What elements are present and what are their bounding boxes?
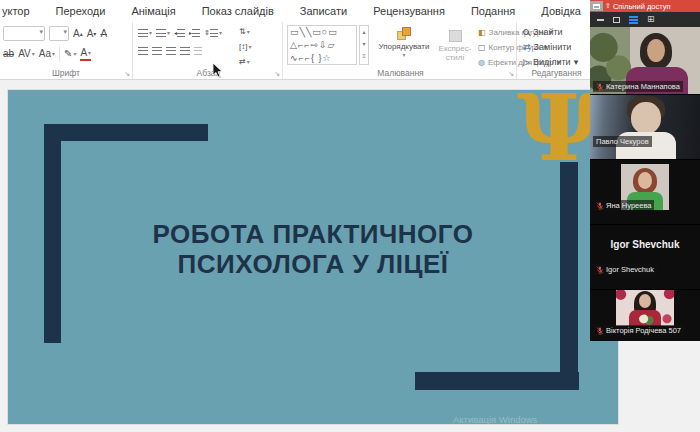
window-icon[interactable] bbox=[590, 1, 603, 11]
minimize-icon[interactable] bbox=[597, 19, 604, 21]
columns-icon[interactable] bbox=[194, 47, 202, 55]
drawing-group: ▭╲╲▭○▭ △⌐⌐⇨⇩▱ ∿⌐⌐{ }☆ ▴▾≡ Упорядкувати ▾… bbox=[285, 22, 517, 79]
participant-tile[interactable]: Вікторія Родічева 507 bbox=[590, 290, 700, 341]
tab-transitions[interactable]: Переходи bbox=[43, 5, 119, 17]
restore-window-icon[interactable] bbox=[613, 17, 620, 23]
corner-bracket-top-left-bar bbox=[44, 124, 208, 141]
avatar bbox=[616, 290, 674, 326]
clear-formatting-icon[interactable]: A bbox=[100, 28, 107, 40]
shapes-gallery[interactable]: ▭╲╲▭○▭ △⌐⌐⇨⇩▱ ∿⌐⌐{ }☆ bbox=[287, 25, 357, 65]
mouse-cursor-icon bbox=[212, 62, 223, 78]
activation-watermark: Активація Windows bbox=[453, 414, 537, 424]
paragraph-group-label: Абзац bbox=[135, 68, 282, 78]
participant-tile[interactable]: Яна Нуреева bbox=[590, 160, 700, 225]
find-button[interactable]: Знайти bbox=[523, 27, 563, 37]
participant-face bbox=[647, 39, 665, 62]
participant-display-name: Igor Shevchuk bbox=[590, 239, 700, 250]
participant-tile[interactable]: Igor Shevchuk Igor Shevchuk bbox=[590, 225, 700, 290]
align-text-icon[interactable]: [↕]▾ bbox=[239, 41, 251, 53]
psi-symbol[interactable]: Ψ bbox=[517, 90, 601, 174]
font-group-label: Шрифт bbox=[0, 68, 132, 78]
select-button[interactable]: ▷ Виділити▾ bbox=[523, 57, 578, 67]
smartart-convert-icon[interactable]: ⇄▾ bbox=[239, 56, 250, 68]
shape-effects-icon: ◍ bbox=[478, 58, 485, 67]
participant-name-tag: Igor Shevchuk bbox=[593, 264, 657, 275]
tab-record[interactable]: Записати bbox=[287, 5, 360, 17]
screen-share-icon: ⇧ bbox=[605, 2, 611, 10]
app-window: уктор Переходи Анімація Показ слайдів За… bbox=[0, 0, 700, 432]
paragraph-group: ▾ ▾ ◂ ▸ ⇕▾ ⇅▾ [↕]▾ ⇄▾ Абзац ↘ bbox=[135, 22, 283, 79]
editing-group: Знайти ⇄ Замінити ▷ Виділити▾ Редагуванн… bbox=[519, 22, 594, 79]
replace-button[interactable]: ⇄ Замінити bbox=[523, 42, 571, 52]
slide-canvas[interactable]: Ψ РОБОТА ПРАКТИЧНОГО ПСИХОЛОГА У ЛІЦЕЇ А… bbox=[8, 90, 618, 424]
muted-mic-icon bbox=[596, 83, 604, 91]
participant-name-tag: Павло Чекуров bbox=[593, 136, 652, 147]
line-spacing-icon[interactable]: ⇕▾ bbox=[204, 27, 222, 39]
editing-group-label: Редагування bbox=[519, 68, 594, 78]
font-size-combo[interactable] bbox=[49, 26, 69, 41]
panel-toolbar: ⊞ bbox=[590, 12, 700, 27]
participant-tile[interactable]: Катерина Маннапова bbox=[590, 27, 700, 95]
arrange-icon bbox=[397, 27, 411, 40]
drawing-group-label: Малювання bbox=[285, 68, 516, 78]
bullets-icon[interactable]: ▾ bbox=[138, 27, 152, 39]
corner-bracket-bottom-right-bar bbox=[415, 372, 579, 390]
strikethrough-icon[interactable]: ab bbox=[3, 48, 14, 60]
character-spacing-icon[interactable]: AV▾ bbox=[18, 48, 35, 60]
gallery-view-icon[interactable]: ⊞ bbox=[647, 15, 655, 24]
tab-animations[interactable]: Анімація bbox=[118, 5, 188, 17]
muted-mic-icon bbox=[596, 266, 604, 274]
participant-tile[interactable]: Павло Чекуров bbox=[590, 95, 700, 160]
grow-font-icon[interactable]: A▴ bbox=[73, 28, 83, 40]
tab-designer[interactable]: уктор bbox=[0, 5, 43, 17]
arrange-button[interactable]: Упорядкувати ▾ bbox=[375, 27, 433, 60]
align-left-icon[interactable] bbox=[138, 47, 148, 55]
meeting-panel: ⇧ Спільний доступ ⊞ Катерина Маннапова П bbox=[590, 0, 700, 341]
slide-title-line1: РОБОТА ПРАКТИЧНОГО bbox=[8, 219, 618, 249]
shrink-font-icon[interactable]: A▾ bbox=[87, 28, 97, 40]
shapes-gallery-scroll[interactable]: ▴▾≡ bbox=[359, 25, 369, 65]
font-color-icon[interactable]: A▾ bbox=[80, 47, 91, 61]
tab-help[interactable]: Довідка bbox=[528, 5, 594, 17]
slide-title-line2: ПСИХОЛОГА У ЛІЦЕЇ bbox=[8, 249, 618, 279]
tab-view[interactable]: Подання bbox=[458, 5, 528, 17]
share-banner: ⇧ Спільний доступ bbox=[590, 0, 700, 12]
align-right-icon[interactable] bbox=[166, 47, 176, 55]
font-name-combo[interactable] bbox=[3, 26, 45, 41]
quick-styles-icon bbox=[449, 30, 462, 42]
participant-face bbox=[631, 102, 661, 134]
align-center-icon[interactable] bbox=[152, 47, 162, 55]
share-banner-label: Спільний доступ bbox=[613, 2, 671, 11]
muted-mic-icon bbox=[596, 327, 604, 335]
select-cursor-icon: ▷ bbox=[523, 57, 530, 67]
change-case-icon[interactable]: Aa▾ bbox=[39, 48, 55, 60]
shape-fill-icon: ◧ bbox=[478, 28, 486, 37]
shape-outline-icon: ▢ bbox=[478, 43, 486, 52]
speaker-view-icon[interactable] bbox=[629, 16, 638, 24]
decrease-indent-icon[interactable]: ◂ bbox=[174, 27, 185, 39]
muted-mic-icon bbox=[596, 202, 604, 210]
drawing-dialog-launcher-icon[interactable]: ↘ bbox=[508, 70, 514, 78]
justify-icon[interactable] bbox=[180, 47, 190, 55]
replace-icon: ⇄ bbox=[523, 42, 531, 52]
search-icon bbox=[523, 29, 529, 35]
tab-review[interactable]: Рецензування bbox=[360, 5, 458, 17]
numbering-icon[interactable]: ▾ bbox=[156, 27, 170, 39]
participant-name-tag: Вікторія Родічева 507 bbox=[593, 325, 684, 336]
font-dialog-launcher-icon[interactable]: ↘ bbox=[124, 70, 130, 78]
participant-name-tag: Катерина Маннапова bbox=[593, 81, 683, 92]
paragraph-dialog-launcher-icon[interactable]: ↘ bbox=[274, 70, 280, 78]
text-direction-icon[interactable]: ⇅▾ bbox=[239, 26, 250, 38]
increase-indent-icon[interactable]: ▸ bbox=[189, 27, 200, 39]
slide-title[interactable]: РОБОТА ПРАКТИЧНОГО ПСИХОЛОГА У ЛІЦЕЇ bbox=[8, 219, 618, 279]
tab-slideshow[interactable]: Показ слайдів bbox=[189, 5, 287, 17]
font-group: A▴ A▾ A ab AV▾ Aa▾ ✎▾ A▾ Шрифт ↘ bbox=[0, 22, 133, 79]
ink-highlight-icon[interactable]: ✎▾ bbox=[64, 48, 76, 60]
participant-name-tag: Яна Нуреева bbox=[593, 200, 654, 211]
quick-styles-button[interactable]: Експрес-стилі bbox=[435, 30, 475, 62]
